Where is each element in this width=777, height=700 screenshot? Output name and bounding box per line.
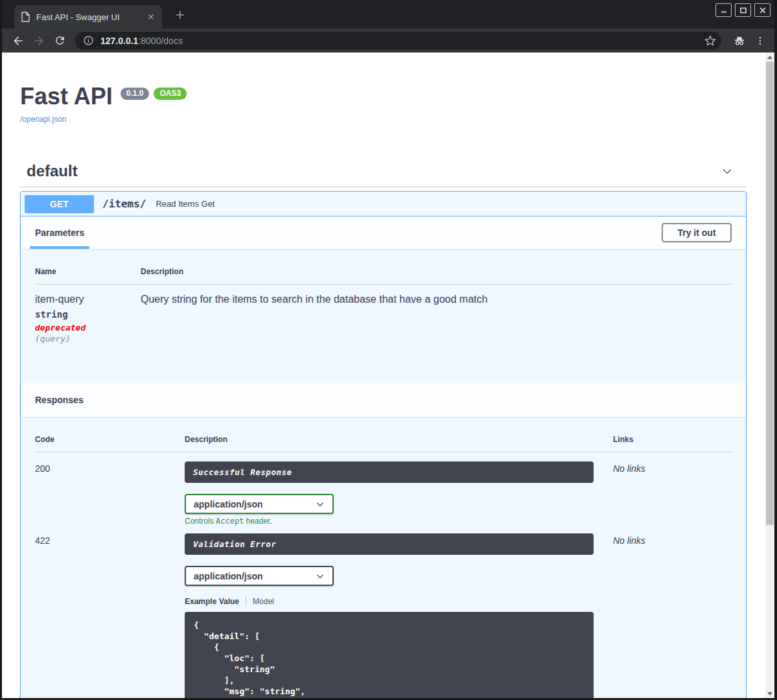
forward-button[interactable] <box>31 33 47 49</box>
window-controls <box>715 3 771 17</box>
responses-table: Code Description Links 200 Successful Re… <box>21 417 746 698</box>
tab-model[interactable]: Model <box>253 597 274 606</box>
parameter-row: item-query string deprecated (query) Que… <box>35 285 732 344</box>
tab-title: Fast API - Swagger UI <box>36 12 146 22</box>
operation-summary[interactable]: GET /items/ Read Items Get <box>21 192 746 216</box>
back-button[interactable] <box>10 33 26 49</box>
responses-header-bar: Responses <box>21 383 746 417</box>
select-chevron-icon <box>316 500 325 509</box>
example-model-tabs: Example Value Model <box>185 596 613 606</box>
site-info-icon[interactable] <box>83 35 94 46</box>
browser-toolbar: 127.0.0.1:8000/docs <box>2 29 774 52</box>
param-name-header: Name <box>35 267 141 276</box>
controls-accept-note: Controls Accept header. <box>185 517 613 526</box>
tag-name: default <box>27 162 78 180</box>
media-type-select-200[interactable]: application/json <box>185 494 334 514</box>
parameters-table: Name Description item-query string depre… <box>21 249 746 383</box>
browser-menu-icon[interactable] <box>752 33 768 49</box>
url-path: :8000/docs <box>138 36 183 46</box>
example-json-code: { "detail": [ { "loc": [ "string" ], "ms… <box>194 620 585 698</box>
try-it-out-button[interactable]: Try it out <box>662 223 732 242</box>
parameters-header-bar: Parameters Try it out <box>21 216 746 249</box>
parameter-name: item-query <box>35 293 141 305</box>
maximize-button[interactable] <box>735 3 751 17</box>
tab-close-icon[interactable] <box>146 12 156 21</box>
incognito-icon <box>732 33 747 49</box>
minimize-button[interactable] <box>715 3 732 17</box>
address-bar[interactable]: 127.0.0.1:8000/docs <box>75 32 721 50</box>
page-scroll-area: Fast API 0.1.0 OAS3 /openapi.json defaul… <box>2 52 765 698</box>
response-description-block: Successful Response <box>185 461 594 483</box>
api-info: Fast API 0.1.0 OAS3 /openapi.json <box>20 52 747 124</box>
response-links: No links <box>613 461 732 526</box>
collapse-chevron-icon[interactable] <box>721 165 734 178</box>
resp-code-header: Code <box>35 435 185 444</box>
response-code: 422 <box>35 533 185 698</box>
browser-tab[interactable]: Fast API - Swagger UI <box>14 5 162 29</box>
bookmark-star-icon[interactable] <box>704 35 716 47</box>
method-badge: GET <box>25 195 94 213</box>
page-scrollbar[interactable] <box>765 52 774 698</box>
opblock-get-items: GET /items/ Read Items Get Parameters Tr… <box>20 191 747 698</box>
response-row-422: 422 Validation Error application/json <box>35 533 732 698</box>
parameter-type: string <box>35 309 141 320</box>
response-description-block: Validation Error <box>185 533 594 555</box>
response-links: No links <box>613 533 732 698</box>
tab-separator <box>246 596 246 606</box>
parameter-location: (query) <box>35 334 141 344</box>
param-description-header: Description <box>141 267 732 276</box>
operation-summary-text: Read Items Get <box>156 199 215 209</box>
select-chevron-icon <box>316 572 325 581</box>
scrollbar-thumb[interactable] <box>766 62 774 525</box>
page-title: Fast API <box>20 83 113 110</box>
parameter-deprecated-flag: deprecated <box>35 323 141 332</box>
url-text: 127.0.0.1:8000/docs <box>100 36 704 46</box>
resp-description-header: Description <box>185 435 613 444</box>
close-button[interactable] <box>754 3 771 17</box>
resp-links-header: Links <box>613 435 732 444</box>
response-code: 200 <box>35 461 185 526</box>
response-row-200: 200 Successful Response application/json <box>35 461 732 526</box>
scrollbar-down-arrow[interactable] <box>765 689 774 698</box>
version-badge: 0.1.0 <box>121 88 150 100</box>
scrollbar-up-arrow[interactable] <box>765 52 774 62</box>
url-host: 127.0.0.1 <box>100 36 138 46</box>
page-viewport: Fast API 0.1.0 OAS3 /openapi.json defaul… <box>2 52 774 698</box>
tag-section-header[interactable]: default <box>20 156 747 187</box>
new-tab-button[interactable] <box>172 6 189 23</box>
tab-strip: Fast API - Swagger UI <box>2 0 774 29</box>
responses-title: Responses <box>35 395 84 405</box>
operation-path: /items/ <box>102 198 146 210</box>
tab-parameters[interactable]: Parameters <box>30 216 89 249</box>
browser-window: Fast API - Swagger UI <box>0 0 777 700</box>
reload-button[interactable] <box>52 33 67 49</box>
tab-example-value[interactable]: Example Value <box>185 597 239 606</box>
openapi-spec-link[interactable]: /openapi.json <box>20 115 66 124</box>
media-type-select-422[interactable]: application/json <box>185 566 334 586</box>
page-favicon-icon <box>21 12 30 22</box>
parameter-description: Query string for the items to search in … <box>141 293 732 344</box>
oas3-badge: OAS3 <box>154 88 187 100</box>
example-json-block: { "detail": [ { "loc": [ "string" ], "ms… <box>185 612 594 698</box>
